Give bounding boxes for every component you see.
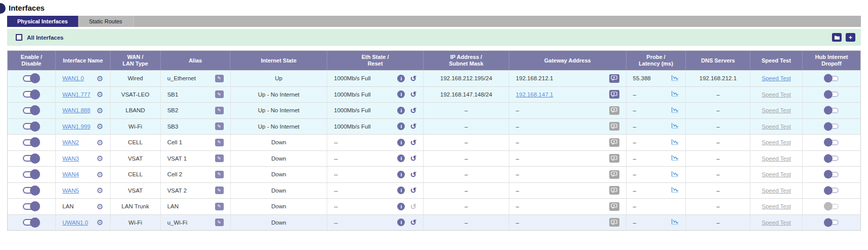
reset-icon[interactable]: ↺ bbox=[410, 122, 416, 130]
gateway-ping-button[interactable] bbox=[609, 186, 619, 195]
hub-dropoff-toggle[interactable] bbox=[824, 172, 839, 177]
reset-icon[interactable]: ↺ bbox=[410, 171, 416, 178]
reset-icon[interactable]: ↺ bbox=[410, 218, 416, 226]
hub-dropoff-toggle[interactable] bbox=[824, 76, 839, 81]
info-icon[interactable]: i bbox=[397, 90, 405, 98]
info-icon[interactable]: i bbox=[397, 218, 405, 226]
tab-static-routes[interactable]: Static Routes bbox=[78, 16, 134, 27]
reset-icon[interactable]: ↺ bbox=[410, 186, 416, 194]
hub-dropoff-toggle[interactable] bbox=[824, 108, 839, 113]
settings-gear-icon[interactable]: ⚙ bbox=[96, 154, 103, 162]
interface-name-link[interactable]: WAN3 bbox=[62, 155, 79, 162]
info-icon[interactable]: i bbox=[397, 107, 405, 114]
edit-alias-button[interactable]: ✎ bbox=[215, 218, 224, 226]
hub-dropoff-toggle[interactable] bbox=[824, 220, 839, 225]
enable-toggle[interactable] bbox=[23, 91, 40, 98]
hub-dropoff-toggle[interactable] bbox=[824, 91, 839, 97]
gateway-ping-button[interactable] bbox=[609, 154, 619, 163]
edit-alias-button[interactable]: ✎ bbox=[215, 154, 224, 162]
latency-chart-icon[interactable] bbox=[671, 122, 679, 130]
edit-alias-button[interactable]: ✎ bbox=[215, 171, 224, 178]
latency-chart-icon[interactable] bbox=[671, 90, 679, 98]
reset-icon[interactable]: ↺ bbox=[410, 75, 416, 82]
settings-gear-icon[interactable]: ⚙ bbox=[96, 75, 103, 82]
latency-chart-icon[interactable] bbox=[671, 107, 679, 114]
edit-alias-button[interactable]: ✎ bbox=[215, 186, 224, 194]
edit-alias-button[interactable]: ✎ bbox=[215, 90, 224, 98]
settings-gear-icon[interactable]: ⚙ bbox=[96, 122, 103, 130]
speed-test-link[interactable]: Speed Test bbox=[762, 171, 791, 177]
settings-gear-icon[interactable]: ⚙ bbox=[96, 203, 103, 210]
settings-gear-icon[interactable]: ⚙ bbox=[96, 218, 103, 226]
gateway-ping-button[interactable] bbox=[609, 218, 619, 227]
interface-name-link[interactable]: WAN1.777 bbox=[62, 91, 90, 98]
gateway-ping-button[interactable] bbox=[609, 106, 619, 115]
info-icon[interactable]: i bbox=[397, 154, 405, 162]
hub-dropoff-toggle[interactable] bbox=[824, 123, 839, 129]
speed-test-link[interactable]: Speed Test bbox=[762, 203, 791, 209]
gateway-ping-button[interactable] bbox=[609, 122, 619, 131]
edit-alias-button[interactable]: ✎ bbox=[215, 107, 224, 114]
add-button[interactable]: + bbox=[846, 33, 855, 42]
info-icon[interactable]: i bbox=[397, 171, 405, 178]
latency-chart-icon[interactable] bbox=[671, 171, 679, 178]
edit-alias-button[interactable]: ✎ bbox=[215, 139, 224, 146]
latency-chart-icon[interactable] bbox=[671, 139, 679, 146]
info-icon[interactable]: i bbox=[397, 75, 405, 82]
latency-chart-icon[interactable] bbox=[671, 154, 679, 162]
enable-toggle[interactable] bbox=[23, 155, 40, 162]
speed-test-link[interactable]: Speed Test bbox=[762, 107, 791, 113]
speed-test-link[interactable]: Speed Test bbox=[762, 75, 791, 81]
enable-toggle[interactable] bbox=[23, 139, 40, 146]
reset-icon[interactable]: ↺ bbox=[410, 107, 416, 114]
tab-physical-interfaces[interactable]: Physical Interfaces bbox=[7, 16, 78, 27]
interface-name-link[interactable]: WAN2 bbox=[62, 139, 79, 145]
settings-gear-icon[interactable]: ⚙ bbox=[96, 139, 103, 146]
edit-alias-button[interactable]: ✎ bbox=[215, 203, 224, 210]
hub-dropoff-toggle[interactable] bbox=[824, 140, 839, 145]
reset-icon[interactable]: ↺ bbox=[410, 139, 416, 146]
latency-chart-icon[interactable] bbox=[671, 75, 679, 82]
settings-gear-icon[interactable]: ⚙ bbox=[96, 171, 103, 178]
gateway-ping-button[interactable] bbox=[609, 138, 619, 147]
enable-toggle[interactable] bbox=[23, 219, 40, 226]
gateway-ping-button[interactable] bbox=[609, 202, 619, 211]
hub-dropoff-toggle[interactable] bbox=[824, 155, 839, 161]
speed-test-link[interactable]: Speed Test bbox=[762, 155, 791, 162]
interface-name-link[interactable]: WAN1.888 bbox=[62, 107, 90, 113]
speed-test-link[interactable]: Speed Test bbox=[762, 220, 791, 226]
interface-name-link[interactable]: WAN1.999 bbox=[62, 123, 90, 130]
gateway-ping-button[interactable] bbox=[609, 90, 619, 99]
settings-gear-icon[interactable]: ⚙ bbox=[96, 107, 103, 114]
reset-icon[interactable]: ↺ bbox=[410, 90, 416, 98]
interface-name-link[interactable]: WAN1.0 bbox=[62, 75, 84, 81]
reset-icon[interactable]: ↺ bbox=[410, 154, 416, 162]
enable-toggle[interactable] bbox=[23, 107, 40, 114]
edit-alias-button[interactable]: ✎ bbox=[215, 75, 224, 82]
enable-toggle[interactable] bbox=[23, 75, 40, 82]
info-icon[interactable]: i bbox=[397, 203, 405, 210]
info-icon[interactable]: i bbox=[397, 139, 405, 146]
all-interfaces-checkbox[interactable] bbox=[16, 34, 22, 41]
gateway-ping-button[interactable] bbox=[609, 74, 619, 83]
speed-test-link[interactable]: Speed Test bbox=[762, 139, 791, 145]
interface-name-link[interactable]: UWAN1.0 bbox=[62, 220, 88, 226]
speed-test-link[interactable]: Speed Test bbox=[762, 188, 791, 194]
hub-dropoff-toggle[interactable] bbox=[824, 188, 839, 193]
speed-test-link[interactable]: Speed Test bbox=[762, 123, 791, 130]
gateway-link[interactable]: 192.168.147.1 bbox=[516, 91, 553, 98]
speed-test-link[interactable]: Speed Test bbox=[762, 91, 791, 98]
enable-toggle[interactable] bbox=[23, 123, 40, 130]
settings-gear-icon[interactable]: ⚙ bbox=[96, 186, 103, 194]
info-icon[interactable]: i bbox=[397, 122, 405, 130]
latency-chart-icon[interactable] bbox=[671, 218, 679, 226]
latency-chart-icon[interactable] bbox=[671, 186, 679, 194]
interface-name-link[interactable]: WAN5 bbox=[62, 188, 79, 194]
edit-alias-button[interactable]: ✎ bbox=[215, 122, 224, 130]
folder-button[interactable] bbox=[832, 33, 842, 42]
enable-toggle[interactable] bbox=[23, 171, 40, 178]
interface-name-link[interactable]: WAN4 bbox=[62, 171, 79, 177]
enable-toggle[interactable] bbox=[23, 187, 40, 194]
settings-gear-icon[interactable]: ⚙ bbox=[96, 90, 103, 98]
enable-toggle[interactable] bbox=[23, 203, 40, 210]
